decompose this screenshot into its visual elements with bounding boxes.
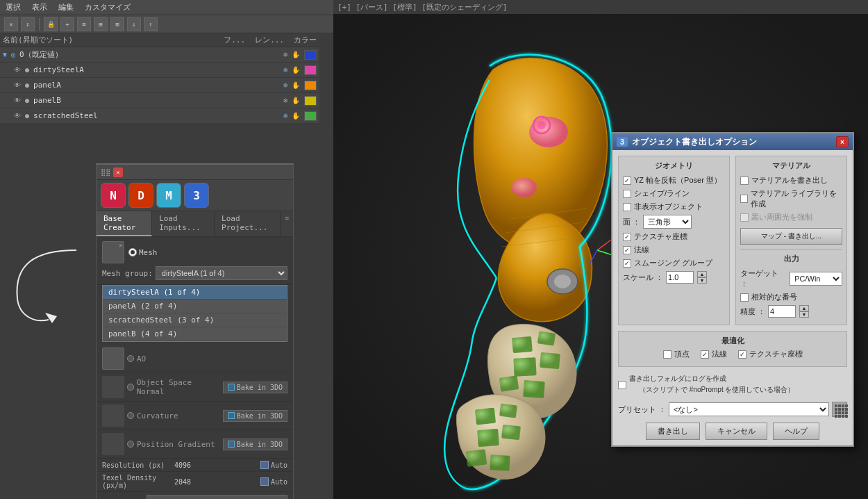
toolbar-btn-layers[interactable]: ≡	[77, 17, 91, 31]
texel-auto[interactable]: Auto	[260, 477, 287, 486]
auto-checkbox-sq	[260, 461, 269, 469]
dropdown-item-1[interactable]: panelA (2 of 4)	[103, 300, 287, 313]
toolbar-btn-plus[interactable]: +	[60, 17, 74, 31]
tab-load-inputs[interactable]: Load Inputs...	[152, 211, 215, 236]
app-icon-m[interactable]: M	[156, 183, 181, 208]
yz-checkbox[interactable]	[623, 177, 631, 185]
app-icon-3-label: 3	[193, 189, 200, 202]
mat-title: マテリアル	[740, 161, 842, 171]
menu-edit[interactable]: 編集	[58, 2, 74, 13]
toolbar-btn-arrow[interactable]: ↕	[21, 17, 35, 31]
dialog-title-num: 3	[617, 137, 628, 147]
ao-radio[interactable]	[127, 355, 134, 362]
opt-vertex-checkbox[interactable]	[663, 350, 671, 359]
menu-view[interactable]: 表示	[32, 2, 47, 13]
dialog-close-button[interactable]: ×	[836, 136, 849, 147]
normals-checkbox[interactable]	[623, 246, 631, 254]
eye-icon-2[interactable]: 👁	[14, 97, 21, 104]
texcoord-checkbox[interactable]	[623, 233, 631, 241]
app-icon-n[interactable]: N	[101, 183, 126, 208]
osn-bake-btn[interactable]: Bake in 3DO	[223, 382, 287, 393]
mesh-radio-label[interactable]: Mesh	[128, 248, 158, 257]
mesh-group-dropdown[interactable]: dirtySteelA (1 of 4) panelA (2 of 4) scr…	[102, 285, 287, 342]
opt-texture-row: テクスチャ座標	[738, 349, 803, 359]
mesh-radio[interactable]	[128, 248, 137, 256]
optimize-title: 最適化	[623, 336, 842, 346]
preset-select[interactable]: <なし>	[669, 402, 829, 416]
grid-cell	[845, 408, 848, 411]
optimize-section: 最適化 頂点 法線 テクスチャ座標	[618, 331, 847, 367]
curv-radio[interactable]	[127, 412, 134, 419]
pg-bake-btn[interactable]: Bake in 3DO	[223, 439, 287, 450]
dark-ambient-checkbox[interactable]	[740, 213, 749, 222]
hidden-checkbox[interactable]	[623, 203, 631, 211]
mesh-section: × Mesh Mesh group: dirtySteelA (1 of 4) …	[97, 237, 293, 285]
resolution-auto[interactable]: Auto	[260, 461, 287, 469]
layer-item-0[interactable]: 👁 ● dirtySteelA ❄ ✋	[0, 63, 319, 78]
relative-num-checkbox[interactable]	[740, 293, 749, 302]
smoothing-checkbox[interactable]	[623, 259, 631, 268]
mat-lib-checkbox[interactable]	[740, 195, 748, 203]
toolbar-btn-up[interactable]: ↑	[144, 17, 158, 31]
thumb-close[interactable]: ×	[119, 243, 122, 249]
log-checkbox[interactable]	[618, 381, 626, 389]
tab-load-project[interactable]: Load Project...	[215, 211, 281, 236]
tab-more[interactable]: ≡	[281, 211, 293, 236]
scale-up[interactable]: ▲	[697, 271, 707, 277]
export-button[interactable]: 書き出し	[646, 423, 700, 440]
tab-base-creator[interactable]: Base Creator	[97, 211, 152, 236]
grid-icon[interactable]	[832, 402, 847, 417]
help-button[interactable]: ヘルプ	[773, 423, 819, 440]
id-preset-select[interactable]: None (Default)	[147, 495, 287, 499]
dropdown-item-2[interactable]: scratchedSteel (3 of 4)	[103, 313, 287, 327]
app-icon-n-label: N	[110, 189, 117, 202]
precision-up[interactable]: ▲	[799, 305, 809, 311]
dark-ambient-row: 黒い周囲光を強制	[740, 212, 842, 222]
svg-rect-13	[466, 449, 487, 466]
layer-item-1[interactable]: 👁 ● panelA ❄ ✋	[0, 78, 319, 93]
app-icon-3[interactable]: 3	[184, 183, 209, 208]
eye-icon-0[interactable]: 👁	[14, 66, 21, 74]
precision-input[interactable]	[768, 305, 796, 318]
layer-root-item[interactable]: ▼ ◎ 0（既定値） ❄ ✋	[0, 47, 319, 63]
mat-export-label: マテリアルを書き出し	[751, 175, 828, 186]
snowflake-root: ❄	[283, 51, 287, 58]
dropdown-item-3[interactable]: panelB (4 of 4)	[103, 327, 287, 341]
texel-auto-label: Auto	[271, 478, 287, 486]
face-select[interactable]: 三角形	[643, 215, 692, 229]
log-section: 書き出しフォルダにログを作成 （スクリプトで #noPrompt を使用している…	[618, 371, 847, 402]
curv-label: Curvature	[127, 411, 220, 420]
curv-bake-btn[interactable]: Bake in 3DO	[223, 410, 287, 422]
toolbar-btn-lock[interactable]: 🔒	[44, 17, 58, 31]
panel-close-button[interactable]: ×	[113, 167, 123, 177]
toolbar-btn-down[interactable]: ↓	[127, 17, 141, 31]
mesh-group-select[interactable]: dirtySteelA (1 of 4) panelA (2 of 4) scr…	[156, 266, 287, 280]
menu-select[interactable]: 選択	[6, 2, 21, 13]
eye-icon-1[interactable]: 👁	[14, 81, 21, 89]
dropdown-item-0[interactable]: dirtySteelA (1 of 4)	[103, 286, 287, 300]
toolbar-btn-x[interactable]: ✕	[4, 17, 18, 31]
opt-normals-checkbox[interactable]	[701, 350, 709, 359]
layer-panel: 名前(昇順でソート) フ... レン... カラー ▼ ◎ 0（既定値） ❄ ✋…	[0, 33, 319, 124]
toolbar-btn-stack[interactable]: ⊞	[94, 17, 108, 31]
mat-export-checkbox[interactable]	[740, 177, 749, 185]
precision-down[interactable]: ▼	[799, 311, 809, 318]
osn-radio[interactable]	[127, 384, 134, 391]
scale-input[interactable]	[666, 271, 694, 284]
scale-down[interactable]: ▼	[697, 277, 707, 284]
opt-texture-checkbox[interactable]	[738, 350, 746, 359]
toolbar-btn-move[interactable]: ⊠	[110, 17, 124, 31]
target-select[interactable]: PC/Win	[790, 272, 842, 286]
dialog-content: ジオメトリ YZ 軸を反転（Poser 型） シェイプ/ライン 非表示オブジェク…	[612, 150, 853, 445]
app-icon-d[interactable]: D	[128, 183, 153, 208]
layer-item-2[interactable]: 👁 ● panelB ❄ ✋	[0, 93, 319, 108]
layer-color-0	[304, 65, 317, 75]
eye-icon-3[interactable]: 👁	[14, 112, 21, 120]
cancel-button[interactable]: キャンセル	[706, 423, 767, 440]
map-export-btn[interactable]: マップ - 書き出し...	[740, 228, 842, 245]
layer-item-3[interactable]: 👁 ● scratchedSteel ❄ ✋	[0, 108, 319, 124]
menu-customize[interactable]: カスタマイズ	[85, 2, 131, 13]
pg-radio[interactable]	[127, 441, 134, 448]
shape-checkbox[interactable]	[623, 190, 631, 198]
log-text-container: 書き出しフォルダにログを作成 （スクリプトで #noPrompt を使用している…	[629, 374, 794, 396]
